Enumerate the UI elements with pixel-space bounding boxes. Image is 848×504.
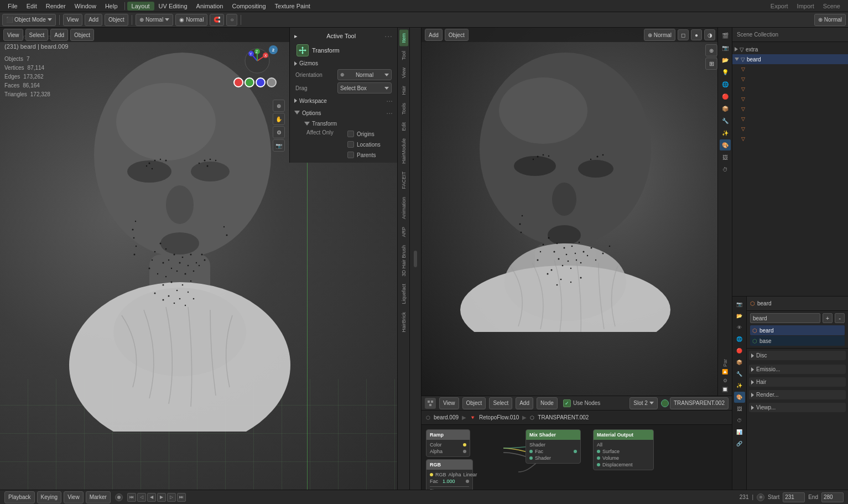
rec-btn[interactable] [115, 493, 123, 501]
pivot-btn[interactable]: ◉ Normal [175, 14, 207, 26]
object-mode-btn[interactable]: ⬛ Object Mode [2, 14, 56, 26]
r-extra1[interactable]: 🔼 [722, 369, 728, 375]
sec-render[interactable]: Render... [749, 390, 846, 399]
divider-handle[interactable] [414, 251, 417, 267]
transform-sub-title[interactable]: Transform [302, 119, 395, 128]
w-circle[interactable] [267, 77, 277, 87]
tab-tools[interactable]: Tools [399, 100, 408, 118]
transform-orientation-btn[interactable]: ⊕ Normal [136, 14, 173, 26]
out-item-2[interactable]: ▽ [732, 74, 848, 84]
tab-item[interactable]: Item [399, 30, 408, 46]
mat-slot-base[interactable]: ⬡ base [750, 336, 845, 346]
r-mat-icon[interactable]: 🎨 [720, 139, 731, 150]
pi-data[interactable]: 📊 [734, 427, 745, 438]
par-label[interactable]: Par [722, 359, 728, 367]
menu-window[interactable]: Window [70, 2, 101, 11]
r-part-icon[interactable]: ✨ [720, 127, 731, 138]
prev-keyframe-btn[interactable]: ◁ [137, 493, 146, 502]
object-btn[interactable]: Object [105, 14, 128, 26]
playback-label-btn[interactable]: Playback [4, 491, 35, 503]
mat-add-btn[interactable]: + [823, 313, 833, 323]
menu-file[interactable]: File [3, 2, 22, 11]
locations-checkbox[interactable] [347, 141, 354, 148]
x-circle[interactable] [233, 77, 243, 87]
pi-output[interactable]: 📂 [734, 310, 745, 321]
out-item-extra[interactable]: ▽ extra [732, 44, 848, 54]
r-obj-icon[interactable]: 📦 [720, 103, 731, 114]
y-circle[interactable] [244, 77, 254, 87]
out-item-5[interactable]: ▽ [732, 104, 848, 114]
pi-mod[interactable]: 🔧 [734, 368, 745, 380]
start-frame-input[interactable]: 231 [783, 492, 805, 502]
vp-add-btn[interactable]: Add [50, 29, 68, 41]
view-nav-btn[interactable]: ⊕ [273, 100, 285, 112]
tab-3dhair[interactable]: 3D Hair Brush [399, 242, 408, 280]
pi-constraint[interactable]: 🔗 [734, 438, 745, 449]
mat-rem-btn[interactable]: - [835, 313, 845, 323]
zoom-btn[interactable]: ⚙ [273, 126, 285, 138]
drag-dropdown[interactable]: Select Box [337, 82, 392, 93]
tab-edit[interactable]: Edit [399, 119, 408, 134]
camera-btn[interactable]: 📷 [273, 139, 285, 152]
menu-texture[interactable]: Texture Paint [270, 2, 315, 11]
viewport-right[interactable]: Add Object ⊕ Normal ◻ ● ◑ ○ [422, 28, 732, 396]
node-mix-shader[interactable]: Mix Shader Shader Fac Shad [526, 429, 581, 464]
ne-object-btn[interactable]: Object [462, 397, 486, 409]
view-btn[interactable]: View [63, 14, 83, 26]
node-ramp[interactable]: Ramp Color Alpha [426, 429, 470, 457]
pi-tex[interactable]: 🖼 [734, 403, 745, 414]
reverse-btn[interactable]: ◀ [147, 493, 156, 502]
out-item-6[interactable]: ▽ [732, 114, 848, 124]
tab-liquefact[interactable]: Liquefact [399, 280, 408, 308]
keying-btn[interactable]: Keying [37, 491, 62, 503]
pan-btn[interactable]: ✋ [273, 113, 285, 125]
footer-view-btn[interactable]: View [64, 491, 84, 503]
pi-render[interactable]: 📷 [734, 299, 745, 310]
vp-r-zoom[interactable]: ⊞ [705, 58, 717, 70]
tab-hairbrick[interactable]: HairBrick [399, 309, 408, 336]
vp-r-wire-btn[interactable]: ◻ [678, 29, 689, 40]
menu-animation[interactable]: Animation [192, 2, 228, 11]
prop-edit-btn[interactable]: ○ [226, 14, 237, 26]
pi-view[interactable]: 👁 [734, 322, 745, 333]
pi-anim[interactable]: ⏱ [734, 415, 745, 426]
orientation-dropdown[interactable]: ⊕ Normal [337, 69, 392, 80]
ne-type-icon[interactable] [425, 398, 436, 409]
out-item-beard[interactable]: ▽ beard [732, 54, 848, 64]
end-frame-input[interactable]: 280 [821, 492, 844, 502]
vp-r-object-btn[interactable]: Object [445, 29, 469, 41]
tab-tool[interactable]: Tool [399, 48, 408, 64]
gizmos-section[interactable]: Gizmos [292, 59, 395, 68]
z-circle[interactable] [256, 77, 266, 87]
vp-r-mat-btn[interactable]: ◑ [704, 29, 715, 40]
viewport-left[interactable]: User Perspective (231) beard | beard.009… [0, 28, 409, 490]
jump-end-btn[interactable]: ⏭ [177, 493, 186, 502]
vp-select-btn[interactable]: Select [25, 29, 49, 41]
normal-mode-btn-right[interactable]: ⊕ Normal [814, 14, 846, 26]
vp-r-nav[interactable]: ⊕ [705, 44, 717, 56]
ne-select-btn[interactable]: Select [489, 397, 512, 409]
r-scene-icon[interactable]: 🎬 [720, 30, 731, 41]
node-material-output[interactable]: Material Output All Surface Volume [593, 429, 654, 470]
snap-btn[interactable]: 🧲 [210, 14, 224, 26]
tab-faceit[interactable]: FACEIT [399, 168, 408, 193]
r-render-icon[interactable]: 📷 [720, 42, 731, 53]
menu-export[interactable]: Export [766, 2, 793, 11]
r-output-icon[interactable]: 📂 [720, 54, 731, 65]
r-vl-icon[interactable]: 💡 [720, 66, 731, 77]
panel-header-active-tool[interactable]: ▸ Active Tool ··· [292, 30, 395, 42]
r-extra2[interactable]: ⚙ [723, 378, 727, 383]
menu-compositing[interactable]: Compositing [227, 2, 270, 11]
tab-hairmodule[interactable]: HairModule [399, 135, 408, 167]
node-rgb[interactable]: RGB RGB Alpha Linear Fac 1.000 [426, 459, 473, 490]
parents-checkbox[interactable] [347, 152, 354, 158]
menu-layout[interactable]: Layout [127, 2, 154, 11]
sec-hair[interactable]: Hair [749, 377, 846, 387]
play-btn[interactable]: ▶ [157, 493, 166, 502]
marker-btn[interactable]: Marker [86, 491, 111, 503]
sec-viewp[interactable]: Viewp... [749, 403, 846, 412]
ne-material-btn[interactable]: TRANSPARENT.002 [670, 397, 729, 409]
ne-add-btn[interactable]: Add [516, 397, 533, 409]
pi-scene[interactable]: 🌐 [734, 334, 745, 345]
add-btn[interactable]: Add [85, 14, 102, 26]
